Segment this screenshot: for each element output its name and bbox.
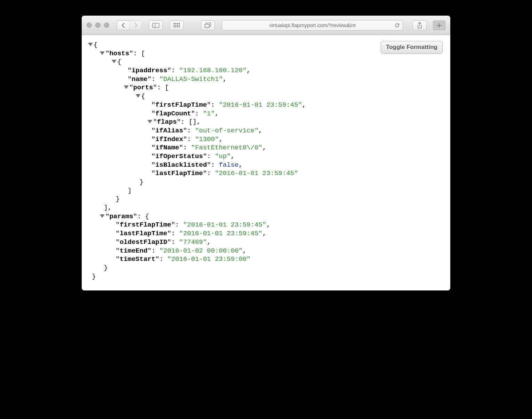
json-string: "2016-01-01 23:59:45" [215,170,298,177]
disclosure-icon[interactable] [100,51,105,55]
tabs-icon [204,23,211,28]
json-key: flapCount [155,110,191,117]
sidebar-icon [152,23,159,28]
json-key: lastFlapTime [120,230,167,237]
disclosure-icon[interactable] [112,60,116,63]
json-string: "192.168.100.120" [179,67,247,74]
close-window-button[interactable] [87,23,92,28]
json-key: ifOperStatus [155,153,203,160]
json-string: "out-of-service" [195,127,258,134]
disclosure-icon[interactable] [147,120,152,123]
json-key: ifAlias [155,127,183,134]
json-string: "2016-01-01 23:59:45" [179,230,262,237]
url-text: virtualapi.flapmyport.com/?review&int [269,22,355,28]
json-key: ipaddress [131,67,167,74]
toggle-formatting-button[interactable]: Toggle Formatting [381,41,443,54]
json-key: firstFlapTime [155,101,207,109]
json-string: "1" [203,110,215,117]
chevron-right-icon [134,23,138,28]
json-string: "2016-01-01 23:59:45" [219,101,302,109]
svg-rect-3 [205,24,209,27]
json-array-empty: [] [189,118,197,126]
json-key: oldestFlapID [120,238,167,246]
json-string: "2016-01-02 00:00:00" [159,247,242,255]
plus-icon [437,23,442,28]
top-sites-button[interactable] [170,20,184,30]
back-button[interactable] [117,20,129,30]
zoom-window-button[interactable] [104,23,109,28]
chevron-left-icon [121,23,125,28]
minimize-window-button[interactable] [95,23,100,28]
reload-icon [394,23,400,28]
svg-rect-0 [153,23,159,27]
forward-button[interactable] [129,20,142,30]
disclosure-icon[interactable] [88,43,93,46]
share-icon [417,22,422,29]
json-key: flaps [157,118,177,126]
json-string: "2016-01-01 23:59:00" [167,255,250,263]
json-key: hosts [110,50,129,57]
json-string: "77469" [179,238,207,246]
address-bar[interactable]: virtualapi.flapmyport.com/?review&int [222,20,403,31]
json-key: params [110,213,133,220]
json-key: isBlacklisted [155,161,207,169]
json-key: firstFlapTime [120,221,171,229]
json-key: ifIndex [155,135,183,143]
json-key: lastFlapTime [155,170,203,177]
share-button[interactable] [413,20,427,30]
titlebar: virtualapi.flapmyport.com/?review&int [82,16,450,35]
json-boolean: false [219,161,239,169]
disclosure-icon[interactable] [124,85,129,89]
json-string: "up" [215,153,231,160]
json-string: "FastEthernet0\/0" [191,144,262,151]
json-key: ports [133,84,153,91]
json-viewer: { "hosts": [ { "ipaddress": "192.168.100… [88,41,444,281]
json-key: ifName [155,144,179,151]
traffic-lights [87,23,109,28]
json-key: name [131,75,147,83]
tab-overview-button[interactable] [201,20,215,30]
json-string: "1300" [195,135,219,143]
json-string: "DALLAS-Switch1" [159,75,223,83]
disclosure-icon[interactable] [136,94,140,98]
reload-button[interactable] [394,23,400,28]
grid-icon [174,23,180,27]
new-tab-button[interactable] [433,20,445,30]
json-key: timeStart [120,255,155,263]
json-string: "2016-01-01 23:59:45" [183,221,266,229]
json-key: timeEnd [120,247,147,255]
sidebar-toggle-button[interactable] [149,20,163,30]
nav-group [117,20,142,30]
disclosure-icon[interactable] [100,214,105,218]
page-content: Toggle Formatting { "hosts": [ { "ipaddr… [82,35,450,290]
browser-window: virtualapi.flapmyport.com/?review&int To… [82,16,450,290]
